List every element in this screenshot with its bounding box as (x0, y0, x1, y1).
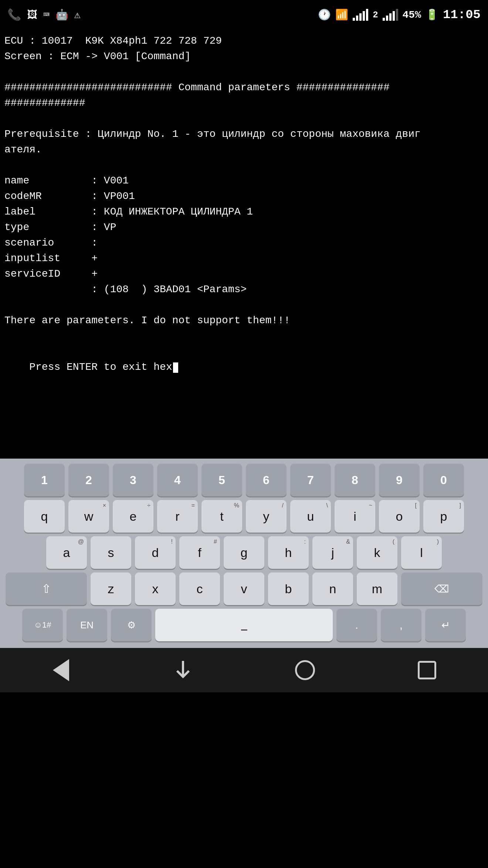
down-icon (172, 659, 194, 681)
key-d[interactable]: !d (135, 536, 176, 569)
key-7[interactable]: 7 (290, 464, 331, 496)
terminal-line-21: Press ENTER to exit hex (4, 344, 484, 391)
terminal-prompt: Press ENTER to exit hex (29, 361, 172, 373)
keyboard-row-numbers: 1 2 3 4 5 6 7 8 9 0 (3, 464, 485, 496)
alert-icon: ⚠ (74, 9, 81, 21)
key-emoji[interactable]: ☺1# (22, 609, 63, 641)
back-icon (53, 659, 69, 681)
terminal-area: ECU : 10017 K9K X84ph1 722 728 729 Scree… (0, 30, 488, 459)
key-n[interactable]: n (312, 573, 353, 605)
keyboard-row-bottom: ☺1# EN ⚙ ⎯ . , ↵ (3, 609, 485, 641)
time-display: 11:05 (443, 8, 481, 22)
key-r[interactable]: =r (157, 500, 198, 533)
terminal-line-7: Prerequisite : Цилиндр No. 1 - это цилин… (4, 126, 484, 142)
key-period[interactable]: . (336, 609, 377, 641)
terminal-line-13: type : VP (4, 220, 484, 235)
key-z[interactable]: z (91, 573, 131, 605)
keyboard-icon: ⌨ (43, 9, 50, 21)
key-q[interactable]: q (24, 500, 65, 533)
key-4[interactable]: 4 (157, 464, 198, 496)
wifi-icon: 📶 (335, 9, 348, 21)
key-3[interactable]: 3 (113, 464, 153, 496)
nav-back-button[interactable] (46, 655, 76, 685)
cursor (173, 362, 178, 373)
key-2[interactable]: 2 (68, 464, 109, 496)
phone-icon: 📞 (7, 8, 21, 22)
key-b[interactable]: b (268, 573, 309, 605)
key-delete[interactable]: ⌫ (401, 573, 482, 605)
keyboard[interactable]: 1 2 3 4 5 6 7 8 9 0 q ×w ÷e =r %t /y \u … (0, 459, 488, 648)
battery-icon: 🔋 (426, 9, 438, 21)
battery-percent: 45% (403, 9, 421, 21)
terminal-line-12: label : КОД ИНЖЕКТОРА ЦИЛИНДРА 1 (4, 204, 484, 220)
terminal-line-5: ############# (4, 95, 484, 111)
key-enter[interactable]: ↵ (425, 609, 466, 641)
status-right-icons: 🕐 📶 2 45% 🔋 11:05 (318, 8, 481, 22)
key-6[interactable]: 6 (246, 464, 287, 496)
terminal-line-10: name : V001 (4, 173, 484, 189)
nav-down-button[interactable] (168, 655, 198, 685)
key-i[interactable]: ~i (335, 500, 375, 533)
keyboard-row-qwerty: q ×w ÷e =r %t /y \u ~i [o ]p (3, 500, 485, 533)
terminal-line-20 (4, 328, 484, 344)
key-5[interactable]: 5 (201, 464, 242, 496)
key-e[interactable]: ÷e (113, 500, 153, 533)
key-0[interactable]: 0 (423, 464, 464, 496)
key-comma[interactable]: , (381, 609, 421, 641)
terminal-line-9 (4, 158, 484, 173)
key-settings[interactable]: ⚙ (111, 609, 152, 641)
key-p[interactable]: ]p (423, 500, 464, 533)
key-t[interactable]: %t (201, 500, 242, 533)
image-icon: 🖼 (27, 9, 37, 21)
key-g[interactable]: g (224, 536, 264, 569)
terminal-line-19: There are parameters. I do not support t… (4, 313, 484, 328)
terminal-line-3 (4, 64, 484, 80)
terminal-line-15: inputlist + (4, 251, 484, 266)
key-v[interactable]: v (224, 573, 264, 605)
terminal-line-2: Screen : ECM -> V001 [Command] (4, 49, 484, 64)
key-8[interactable]: 8 (335, 464, 375, 496)
key-c[interactable]: c (179, 573, 220, 605)
key-w[interactable]: ×w (68, 500, 109, 533)
signal-bars-1 (353, 9, 368, 21)
terminal-line-1: ECU : 10017 K9K X84ph1 722 728 729 (4, 33, 484, 49)
key-k[interactable]: (k (357, 536, 397, 569)
nav-recent-button[interactable] (412, 655, 442, 685)
key-x[interactable]: x (135, 573, 176, 605)
status-left-icons: 📞 🖼 ⌨ 🤖 ⚠ (7, 8, 81, 22)
terminal-line-6 (4, 111, 484, 126)
key-h[interactable]: :h (268, 536, 309, 569)
keyboard-row-zxcv: ⇧ z x c v b n m ⌫ (3, 573, 485, 605)
signal-bars-2 (383, 9, 398, 21)
terminal-line-16: serviceID + (4, 266, 484, 282)
key-u[interactable]: \u (290, 500, 331, 533)
key-shift[interactable]: ⇧ (6, 573, 87, 605)
sim-label-1: 2 (373, 10, 378, 20)
key-9[interactable]: 9 (379, 464, 420, 496)
home-icon (295, 660, 315, 680)
terminal-line-11: codeMR : VP001 (4, 189, 484, 204)
keyboard-row-asdf: @a s !d #f g :h &j (k )l (3, 536, 485, 569)
terminal-line-4: ########################### Command para… (4, 80, 484, 95)
terminal-line-18 (4, 297, 484, 313)
key-m[interactable]: m (357, 573, 397, 605)
key-1[interactable]: 1 (24, 464, 65, 496)
android-icon: 🤖 (55, 9, 68, 21)
nav-bar (0, 648, 488, 692)
key-o[interactable]: [o (379, 500, 420, 533)
key-l[interactable]: )l (401, 536, 442, 569)
key-lang[interactable]: EN (67, 609, 107, 641)
key-s[interactable]: s (91, 536, 131, 569)
key-j[interactable]: &j (312, 536, 353, 569)
key-a[interactable]: @a (46, 536, 87, 569)
terminal-line-14: scenario : (4, 235, 484, 251)
clock-icon: 🕐 (318, 9, 331, 21)
status-bar: 📞 🖼 ⌨ 🤖 ⚠ 🕐 📶 2 45% (0, 0, 488, 30)
key-space[interactable]: ⎯ (155, 609, 333, 641)
terminal-line-17: : (108 ) 3BAD01 <Params> (4, 282, 484, 297)
terminal-line-8: ателя. (4, 142, 484, 158)
key-y[interactable]: /y (246, 500, 287, 533)
recent-icon (418, 661, 436, 679)
key-f[interactable]: #f (179, 536, 220, 569)
nav-home-button[interactable] (290, 655, 320, 685)
